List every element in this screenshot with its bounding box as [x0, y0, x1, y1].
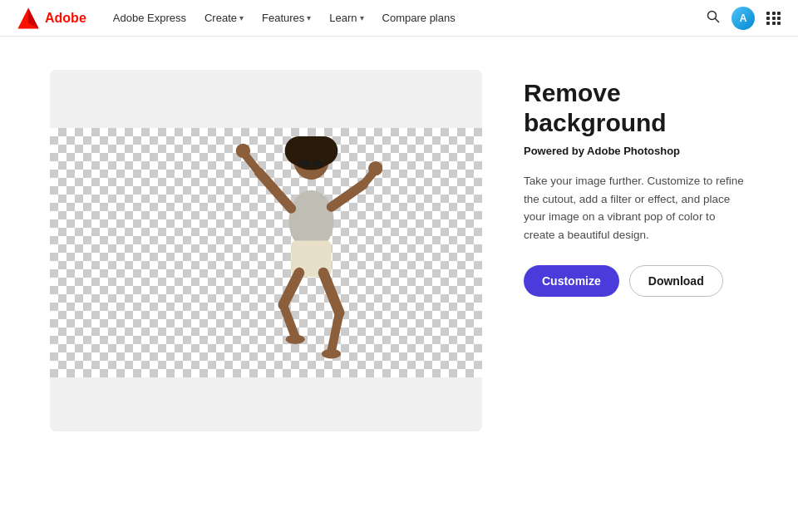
- nav-learn[interactable]: Learn ▾: [323, 8, 370, 27]
- navbar: Adobe Adobe Express Create ▾ Features ▾ …: [0, 0, 798, 37]
- nav-right: A: [707, 7, 781, 30]
- nav-features[interactable]: Features ▾: [255, 8, 318, 27]
- chevron-down-icon: ▾: [360, 13, 364, 22]
- svg-line-3: [716, 18, 719, 22]
- chevron-down-icon: ▾: [239, 13, 244, 22]
- right-panel: Remove background Powered by Adobe Photo…: [524, 70, 748, 297]
- nav-logo[interactable]: Adobe: [17, 7, 86, 30]
- svg-line-19: [283, 273, 299, 305]
- download-button[interactable]: Download: [629, 265, 723, 297]
- nav-adobe-express[interactable]: Adobe Express: [106, 8, 193, 27]
- chevron-down-icon: ▾: [307, 13, 311, 22]
- svg-rect-8: [299, 160, 310, 167]
- nav-compare-plans[interactable]: Compare plans: [376, 8, 462, 27]
- image-bottom-bar: [50, 377, 482, 431]
- svg-point-7: [309, 136, 338, 165]
- brand-name: Adobe: [45, 11, 86, 26]
- svg-line-22: [332, 313, 340, 351]
- customize-button[interactable]: Customize: [524, 265, 619, 297]
- nav-links: Adobe Express Create ▾ Features ▾ Learn …: [106, 8, 462, 27]
- svg-line-12: [259, 172, 292, 208]
- svg-line-21: [323, 273, 339, 313]
- svg-point-17: [368, 161, 382, 175]
- image-top-bar: [50, 70, 482, 128]
- svg-rect-9: [312, 160, 323, 167]
- panel-title: Remove background: [524, 78, 748, 138]
- svg-line-20: [283, 305, 295, 337]
- subject-person-image: [216, 136, 382, 369]
- svg-point-23: [286, 334, 305, 344]
- svg-point-16: [236, 144, 250, 158]
- search-icon[interactable]: [707, 10, 720, 27]
- powered-by-text: Powered by Adobe Photoshop: [524, 145, 748, 157]
- apps-grid-icon[interactable]: [766, 12, 781, 25]
- panel-description: Take your image further. Customize to re…: [524, 172, 748, 244]
- action-buttons: Customize Download: [524, 265, 748, 297]
- svg-line-14: [332, 185, 364, 207]
- nav-create[interactable]: Create ▾: [198, 8, 250, 27]
- main-content: Remove background Powered by Adobe Photo…: [0, 37, 798, 465]
- image-panel: [50, 70, 482, 431]
- image-preview-area: [50, 128, 482, 377]
- svg-point-24: [322, 349, 341, 359]
- adobe-logo-icon: [17, 7, 40, 30]
- avatar[interactable]: A: [732, 7, 755, 30]
